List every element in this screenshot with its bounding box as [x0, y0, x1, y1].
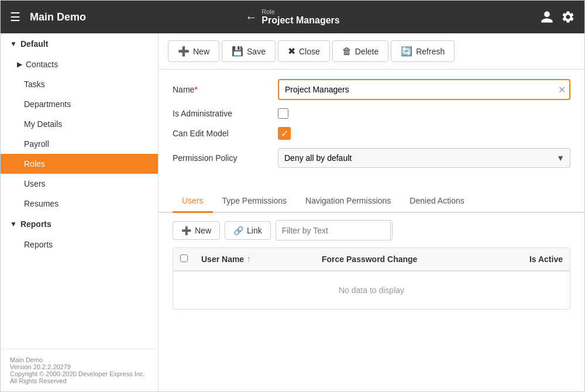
table-col-is-active: Is Active: [442, 255, 563, 264]
delete-button[interactable]: 🗑 Delete: [332, 40, 388, 62]
link-label: Link: [247, 226, 262, 235]
filter-input-wrapper: 🔍: [276, 220, 393, 240]
main-layout: ▼ Default ▶ Contacts Tasks Departments M…: [1, 33, 584, 391]
sidebar-group-reports-header[interactable]: ▼ Reports: [1, 214, 158, 235]
close-icon: ✖: [288, 46, 295, 57]
sidebar-item-tasks[interactable]: Tasks: [1, 74, 158, 94]
sidebar-group-default-header[interactable]: ▼ Default: [1, 33, 158, 54]
header-breadcrumb-area: ← Role Project Managers: [245, 8, 339, 26]
menu-icon[interactable]: ☰: [10, 10, 20, 24]
form-section: Name* ✕ Is Administrative Can Edit Model…: [159, 70, 584, 185]
form-row-can-edit-model: Can Edit Model ✓: [173, 127, 570, 140]
refresh-button[interactable]: 🔄 Refresh: [391, 40, 455, 62]
table-col-force-password: Force Password Change: [322, 255, 442, 264]
sidebar-footer: Main Demo Version 20.2.2.20279 Copyright…: [1, 349, 158, 391]
back-button[interactable]: ←: [245, 11, 257, 24]
sidebar-contacts-label: Contacts: [26, 60, 58, 69]
tab-denied-actions[interactable]: Denied Actions: [400, 190, 473, 213]
settings-button[interactable]: [561, 10, 575, 24]
role-name-header: Project Managers: [261, 15, 339, 26]
link-button[interactable]: 🔗 Link: [225, 221, 271, 240]
table-col-username[interactable]: User Name ↑: [201, 254, 322, 264]
sub-new-label: New: [195, 226, 211, 235]
sidebar-item-contacts[interactable]: ▶ Contacts: [1, 54, 158, 74]
main-toolbar: ➕ New 💾 Save ✖ Close 🗑 Delete 🔄 Ref: [159, 33, 584, 70]
app-header: ☰ Main Demo ← Role Project Managers: [1, 1, 584, 33]
sidebar-item-roles[interactable]: Roles: [1, 154, 158, 174]
permission-policy-select[interactable]: Deny all by default Allow all by default: [278, 148, 570, 168]
sort-asc-icon[interactable]: ↑: [246, 254, 251, 264]
filter-input[interactable]: [276, 222, 390, 239]
can-edit-model-label: Can Edit Model: [173, 129, 278, 138]
tab-navigation-permissions[interactable]: Navigation Permissions: [296, 190, 400, 213]
clear-icon[interactable]: ✕: [558, 84, 566, 95]
sidebar-group-reports-label: Reports: [20, 219, 51, 229]
account-button[interactable]: [540, 10, 554, 24]
close-button-label: Close: [299, 47, 320, 56]
sidebar-item-departments[interactable]: Departments: [1, 94, 158, 114]
sidebar-item-mydetails[interactable]: My Details: [1, 114, 158, 134]
tabs-bar: Users Type Permissions Navigation Permis…: [159, 190, 584, 213]
sidebar-item-users[interactable]: Users: [1, 174, 158, 194]
sidebar-item-resumes[interactable]: Resumes: [1, 194, 158, 214]
save-button-label: Save: [247, 47, 266, 56]
new-button[interactable]: ➕ New: [168, 40, 219, 62]
footer-line4: All Rights Reserved: [10, 377, 149, 384]
table-header: User Name ↑ Force Password Change Is Act…: [173, 248, 570, 271]
sub-plus-icon: ➕: [181, 226, 191, 235]
delete-button-label: Delete: [355, 47, 378, 56]
trash-icon: 🗑: [342, 46, 352, 57]
name-label: Name*: [173, 85, 278, 94]
gear-icon: [561, 10, 575, 24]
filter-search-button[interactable]: 🔍: [390, 221, 393, 240]
refresh-button-label: Refresh: [416, 47, 445, 56]
close-button[interactable]: ✖ Close: [278, 40, 330, 62]
refresh-icon: 🔄: [401, 46, 412, 57]
save-icon: 💾: [232, 46, 243, 57]
form-row-is-administrative: Is Administrative: [173, 108, 570, 119]
name-input-wrapper: ✕: [278, 79, 570, 100]
link-icon: 🔗: [233, 226, 243, 235]
sidebar-group-default: ▼ Default ▶ Contacts Tasks Departments M…: [1, 33, 158, 214]
content-area: ➕ New 💾 Save ✖ Close 🗑 Delete 🔄 Ref: [159, 33, 584, 391]
sub-new-button[interactable]: ➕ New: [173, 221, 220, 240]
tab-users[interactable]: Users: [173, 190, 213, 213]
sidebar-item-reports[interactable]: Reports: [1, 235, 158, 255]
table-header-checkbox-col: [180, 255, 201, 264]
is-administrative-label: Is Administrative: [173, 109, 278, 118]
chevron-down-icon-reports: ▼: [10, 220, 17, 228]
sidebar: ▼ Default ▶ Contacts Tasks Departments M…: [1, 33, 159, 391]
form-row-permission-policy: Permission Policy Deny all by default Al…: [173, 148, 570, 168]
chevron-down-icon: ▼: [10, 40, 17, 48]
table-empty-message: No data to display: [173, 271, 570, 309]
form-row-name: Name* ✕: [173, 79, 570, 100]
header-role-info: Role Project Managers: [261, 8, 339, 26]
permission-policy-label: Permission Policy: [173, 153, 278, 163]
tab-type-permissions[interactable]: Type Permissions: [213, 190, 296, 213]
footer-line1: Main Demo: [10, 356, 149, 363]
data-table: User Name ↑ Force Password Change Is Act…: [173, 247, 570, 310]
sidebar-group-reports: ▼ Reports Reports: [1, 214, 158, 255]
header-icons-area: [540, 10, 575, 24]
save-button[interactable]: 💾 Save: [222, 40, 276, 62]
permission-policy-select-wrapper: Deny all by default Allow all by default…: [278, 148, 570, 168]
can-edit-model-checkbox[interactable]: ✓: [278, 127, 291, 140]
breadcrumb-label: Role: [261, 8, 339, 15]
plus-circle-icon: ➕: [178, 46, 190, 57]
footer-line3: Copyright © 2000-2020 Developer Express …: [10, 370, 149, 377]
sidebar-item-payroll[interactable]: Payroll: [1, 134, 158, 154]
sub-toolbar: ➕ New 🔗 Link 🔍: [159, 213, 584, 247]
account-icon: [540, 10, 554, 24]
select-all-checkbox[interactable]: [180, 255, 188, 262]
new-button-label: New: [193, 47, 209, 56]
footer-line2: Version 20.2.2.20279: [10, 363, 149, 370]
sidebar-group-default-label: Default: [20, 39, 48, 49]
chevron-right-icon: ▶: [17, 60, 22, 68]
is-administrative-checkbox[interactable]: [278, 108, 288, 119]
name-input[interactable]: [278, 79, 570, 100]
